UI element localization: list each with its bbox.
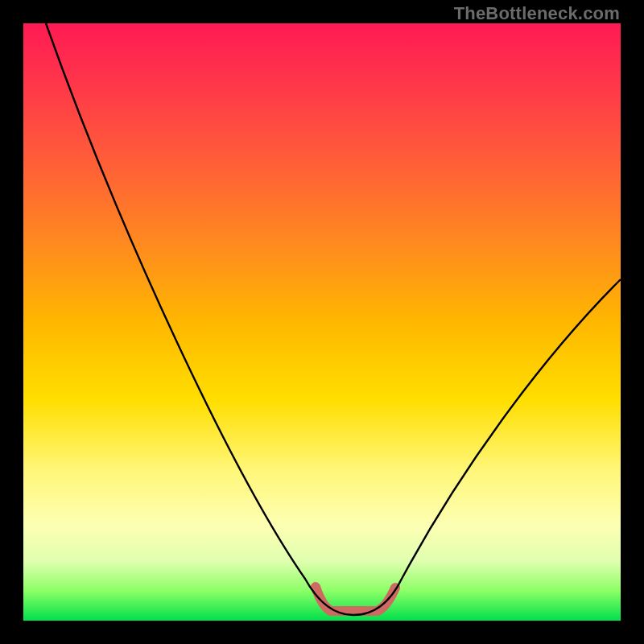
curve-layer bbox=[23, 23, 621, 621]
bottleneck-curve bbox=[46, 23, 621, 615]
attribution-text: TheBottleneck.com bbox=[454, 3, 620, 24]
chart-stage: TheBottleneck.com bbox=[0, 0, 644, 644]
plot-area bbox=[23, 23, 621, 621]
